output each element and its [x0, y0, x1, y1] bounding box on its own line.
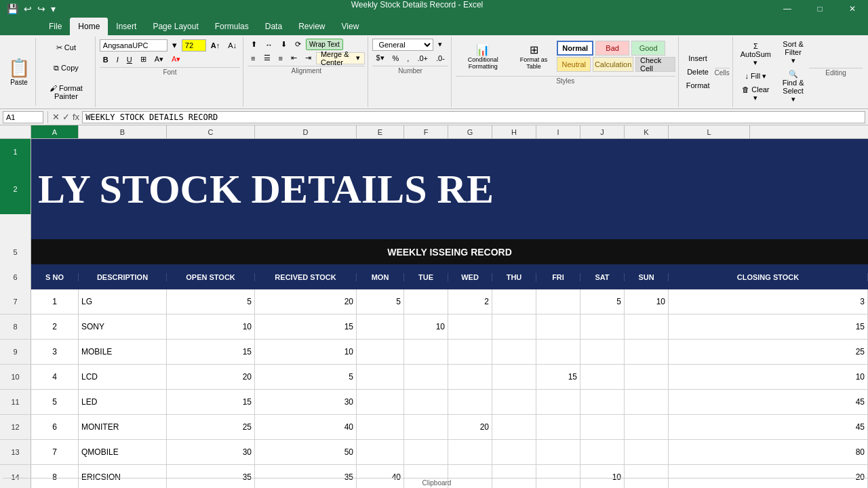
number-format-expand-button[interactable]: ▾ [435, 38, 446, 51]
delete-button[interactable]: Delete [684, 66, 712, 78]
col-header-f[interactable]: F [404, 125, 448, 138]
cell[interactable]: 5 [255, 365, 357, 389]
font-size-input[interactable] [182, 39, 206, 52]
cell[interactable] [357, 365, 404, 389]
format-as-table-button[interactable]: ⊞ Format as Table [513, 38, 554, 75]
fill-color-button[interactable]: A▾ [151, 53, 167, 66]
cell[interactable] [404, 289, 448, 314]
cell[interactable] [448, 314, 492, 339]
row-header-13[interactable]: 13 [0, 440, 31, 464]
cell[interactable] [580, 415, 625, 439]
increase-indent-button[interactable]: ⇥ [302, 52, 315, 64]
cell[interactable]: 5 [580, 289, 625, 314]
cell[interactable] [536, 314, 580, 339]
col-header-c[interactable]: C [167, 125, 255, 138]
format-button[interactable]: Format [683, 79, 713, 92]
cell[interactable] [357, 340, 404, 364]
insert-button[interactable]: Insert [685, 52, 711, 64]
row-header-7[interactable]: 7 [0, 289, 31, 314]
paste-button[interactable]: 📋 Paste [5, 56, 33, 87]
cell[interactable]: 15 [536, 365, 580, 389]
close-button[interactable]: ✕ [837, 0, 868, 18]
col-header-d[interactable]: D [255, 125, 357, 138]
row-header-10[interactable]: 10 [0, 365, 31, 389]
undo-button[interactable]: ↩ [22, 2, 33, 16]
cell[interactable] [492, 415, 536, 439]
cell[interactable]: MONITER [79, 415, 167, 439]
conditional-formatting-button[interactable]: 📊 Conditional Formatting [456, 38, 511, 75]
col-header-l[interactable]: L [669, 125, 750, 138]
font-name-input[interactable] [100, 39, 167, 52]
cell[interactable] [625, 415, 669, 439]
row-header-6[interactable]: 6 [0, 264, 31, 289]
col-header-j[interactable]: J [580, 125, 625, 138]
wrap-text-button[interactable]: Wrap Text [306, 39, 343, 50]
name-box[interactable] [3, 111, 43, 123]
cell[interactable]: 20 [167, 365, 255, 389]
insert-function-icon[interactable]: fx [73, 112, 79, 122]
col-header-k[interactable]: K [625, 125, 669, 138]
cell[interactable] [625, 365, 669, 389]
cell[interactable]: LED [79, 390, 167, 414]
copy-button[interactable]: ⧉ Copy [40, 62, 92, 75]
cell[interactable]: 10 [255, 340, 357, 364]
style-check-cell-button[interactable]: Check Cell [635, 57, 675, 72]
row-header-1[interactable]: 1 [0, 139, 31, 164]
style-bad-button[interactable]: Bad [595, 41, 629, 56]
cell[interactable] [580, 365, 625, 389]
increase-decimal-button[interactable]: .0+ [414, 52, 431, 64]
cell[interactable] [536, 440, 580, 464]
cell[interactable]: 1 [31, 289, 79, 314]
cell[interactable]: 7 [31, 440, 79, 464]
cell[interactable]: 2 [31, 314, 79, 339]
row-header-2[interactable]: 2 [0, 164, 31, 214]
cell[interactable] [580, 390, 625, 414]
cell[interactable] [448, 340, 492, 364]
cell[interactable]: 45 [669, 390, 868, 414]
cell[interactable]: 20 [255, 289, 357, 314]
col-header-b[interactable]: B [79, 125, 167, 138]
row-header-11[interactable]: 11 [0, 390, 31, 414]
col-header-i[interactable]: I [536, 125, 580, 138]
percent-button[interactable]: % [389, 52, 403, 64]
cut-button[interactable]: ✂ Cut [40, 41, 92, 54]
cell[interactable] [492, 314, 536, 339]
fill-button[interactable]: ↓ Fill ▾ [737, 70, 774, 83]
cell[interactable]: 45 [669, 415, 868, 439]
cell[interactable] [536, 415, 580, 439]
cell[interactable]: 25 [167, 415, 255, 439]
cell[interactable] [448, 390, 492, 414]
redo-button[interactable]: ↪ [36, 2, 47, 16]
cell[interactable] [448, 440, 492, 464]
cell[interactable] [492, 440, 536, 464]
cell[interactable]: SONY [79, 314, 167, 339]
row-header-12[interactable]: 12 [0, 415, 31, 439]
cell[interactable] [492, 365, 536, 389]
cell[interactable]: 15 [167, 390, 255, 414]
cell[interactable] [404, 415, 448, 439]
align-top-button[interactable]: ⬆ [248, 38, 260, 51]
cell[interactable] [357, 415, 404, 439]
bold-button[interactable]: B [100, 54, 112, 66]
cell[interactable]: MOBILE [79, 340, 167, 364]
cell[interactable] [357, 440, 404, 464]
tab-view[interactable]: View [334, 18, 368, 35]
cell[interactable]: 10 [625, 289, 669, 314]
style-neutral-button[interactable]: Neutral [557, 57, 591, 72]
col-header-a[interactable]: A [31, 125, 79, 138]
tab-review[interactable]: Review [290, 18, 333, 35]
cell[interactable] [357, 390, 404, 414]
align-middle-button[interactable]: ↔ [262, 39, 276, 51]
tab-formulas[interactable]: Formulas [207, 18, 257, 35]
cell[interactable]: LG [79, 289, 167, 314]
font-size-decrease-button[interactable]: ▾ [169, 38, 180, 52]
clear-button[interactable]: 🗑 Clear ▾ [737, 83, 774, 104]
style-normal-button[interactable]: Normal [557, 41, 593, 56]
cell[interactable]: 30 [255, 390, 357, 414]
cell[interactable]: 5 [31, 390, 79, 414]
cell[interactable]: 10 [404, 314, 448, 339]
cell[interactable] [625, 440, 669, 464]
cell[interactable]: 20 [448, 415, 492, 439]
cell[interactable]: 10 [167, 314, 255, 339]
cell[interactable]: 25 [669, 340, 868, 364]
